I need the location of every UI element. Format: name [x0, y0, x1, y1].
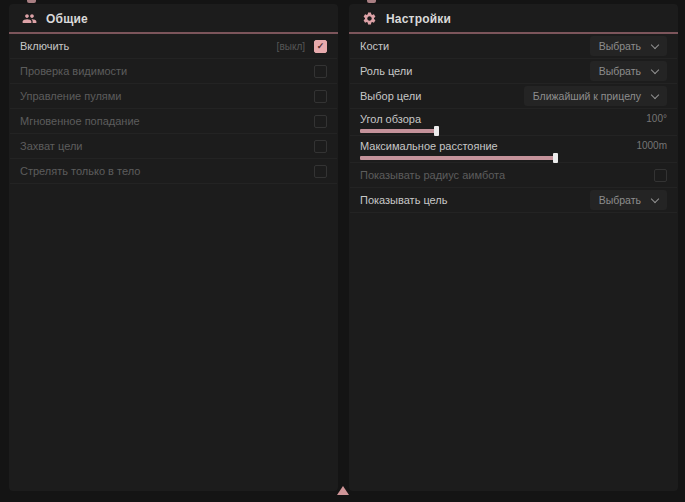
slider-handle[interactable] — [434, 126, 439, 136]
panel-general-header: Общие — [9, 4, 338, 32]
row-controls — [314, 115, 327, 128]
setting-row: Роль целиВыбрать — [350, 59, 677, 84]
slider-value: 1000m — [636, 140, 667, 151]
slider-handle[interactable] — [553, 153, 558, 163]
setting-label: Выбор цели — [360, 90, 421, 102]
dropdown[interactable]: Выбрать — [590, 61, 667, 81]
row-controls — [314, 90, 327, 103]
setting-label: Роль цели — [360, 65, 412, 77]
setting-label: Показывать цель — [360, 194, 448, 206]
panel-title: Общие — [46, 12, 88, 26]
dropdown-value: Выбрать — [599, 65, 641, 77]
mod-menu-page: Общие Включить[выкл]Проверка видимостиУп… — [0, 0, 685, 502]
setting-row: Захват цели — [10, 134, 337, 159]
setting-row: Показывать радиус аимбота — [350, 163, 677, 188]
hotkey-label: [выкл] — [277, 41, 305, 52]
setting-row: Проверка видимости — [10, 59, 337, 84]
row-controls: Ближайший к прицелу — [524, 86, 667, 106]
row-controls — [314, 140, 327, 153]
setting-label: Угол обзора — [360, 113, 421, 125]
setting-label: Максимальное расстояние — [360, 140, 498, 152]
dropdown[interactable]: Выбрать — [590, 190, 667, 210]
setting-row: Угол обзора100° — [350, 109, 677, 136]
setting-label: Показывать радиус аимбота — [360, 169, 505, 181]
chevron-down-icon — [651, 90, 659, 98]
row-controls — [654, 169, 667, 182]
checkbox[interactable] — [314, 115, 327, 128]
checkbox[interactable] — [654, 169, 667, 182]
row-controls: Выбрать — [590, 190, 667, 210]
setting-label: Управление пулями — [20, 90, 122, 102]
slider-fill — [360, 129, 437, 133]
row-controls: Выбрать — [590, 61, 667, 81]
slider-fill — [360, 156, 556, 160]
settings-rows: КостиВыбратьРоль целиВыбратьВыбор целиБл… — [349, 34, 678, 213]
setting-label: Мгновенное попадание — [20, 115, 140, 127]
cutoff-section-icon-stub — [367, 0, 376, 3]
panel-settings: Настройки КостиВыбратьРоль целиВыбратьВы… — [349, 4, 678, 491]
setting-label: Кости — [360, 40, 389, 52]
setting-row: КостиВыбрать — [350, 34, 677, 59]
setting-row: Стрелять только в тело — [10, 159, 337, 184]
setting-row: Максимальное расстояние1000m — [350, 136, 677, 163]
slider-value: 100° — [646, 113, 667, 124]
setting-label: Стрелять только в тело — [20, 165, 140, 177]
slider-labels: Максимальное расстояние1000m — [360, 140, 667, 152]
chevron-down-icon — [651, 194, 659, 202]
checkbox[interactable] — [314, 65, 327, 78]
slider-labels: Угол обзора100° — [360, 113, 667, 125]
setting-row: Выбор целиБлижайший к прицелу — [350, 84, 677, 109]
dropdown-value: Выбрать — [599, 194, 641, 206]
dropdown[interactable]: Выбрать — [590, 36, 667, 56]
panel-settings-header: Настройки — [349, 4, 678, 32]
chevron-down-icon — [651, 40, 659, 48]
checkbox[interactable] — [314, 90, 327, 103]
cutoff-section-icon-stub — [27, 0, 36, 3]
setting-row: Показывать цельВыбрать — [350, 188, 677, 213]
panel-title: Настройки — [386, 12, 451, 26]
setting-row: Мгновенное попадание — [10, 109, 337, 134]
chevron-down-icon — [651, 65, 659, 73]
users-icon — [22, 11, 37, 26]
setting-label: Захват цели — [20, 140, 82, 152]
panel-general: Общие Включить[выкл]Проверка видимостиУп… — [9, 4, 338, 491]
dropdown[interactable]: Ближайший к прицелу — [524, 86, 667, 106]
general-rows: Включить[выкл]Проверка видимостиУправлен… — [9, 34, 338, 184]
row-controls — [314, 165, 327, 178]
setting-row: Управление пулями — [10, 84, 337, 109]
row-controls: Выбрать — [590, 36, 667, 56]
dropdown-value: Выбрать — [599, 40, 641, 52]
row-controls: [выкл] — [277, 40, 327, 53]
dropdown-value: Ближайший к прицелу — [533, 90, 641, 102]
gear-icon — [362, 11, 377, 26]
scroll-up-indicator[interactable] — [337, 486, 349, 495]
setting-label: Проверка видимости — [20, 65, 127, 77]
checkbox[interactable] — [314, 40, 327, 53]
setting-label: Включить — [20, 40, 69, 52]
checkbox[interactable] — [314, 165, 327, 178]
row-controls — [314, 65, 327, 78]
checkbox[interactable] — [314, 140, 327, 153]
setting-row: Включить[выкл] — [10, 34, 337, 59]
